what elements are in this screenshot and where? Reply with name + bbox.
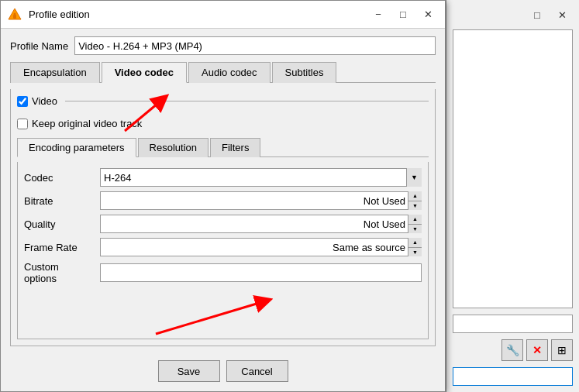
custom-options-row: Custom options bbox=[24, 261, 422, 284]
bitrate-spinner: Not Used ▲ ▼ bbox=[100, 191, 422, 210]
title-bar: Profile edition − □ ✕ bbox=[1, 1, 445, 29]
custom-options-input[interactable] bbox=[100, 263, 422, 282]
minimize-button[interactable]: − bbox=[367, 6, 389, 23]
codec-label: Codec bbox=[24, 172, 94, 184]
bitrate-label: Bitrate bbox=[24, 195, 94, 207]
quality-input[interactable]: Not Used bbox=[100, 215, 422, 233]
quality-spinner: Not Used ▲ ▼ bbox=[100, 215, 422, 233]
close-button[interactable]: ✕ bbox=[417, 6, 439, 23]
video-label: Video bbox=[32, 95, 57, 107]
frame-rate-spinner-buttons: ▲ ▼ bbox=[408, 238, 422, 256]
sub-tab-encoding[interactable]: Encoding parameters bbox=[17, 138, 136, 157]
dialog-footer: Save Cancel bbox=[1, 354, 445, 391]
bitrate-input[interactable]: Not Used bbox=[100, 191, 422, 210]
side-panel-content bbox=[453, 29, 573, 308]
keep-original-row: Keep original video track bbox=[17, 118, 429, 129]
bitrate-spinner-buttons: ▲ ▼ bbox=[408, 191, 422, 210]
grid-btn[interactable]: ⊞ bbox=[551, 339, 573, 361]
codec-select-wrapper: H-264 MPEG-4 MPEG-2 VP8 Theora ▼ bbox=[100, 168, 422, 187]
bitrate-up-btn[interactable]: ▲ bbox=[408, 191, 422, 201]
video-checkbox-label[interactable]: Video bbox=[17, 95, 57, 107]
profile-name-label: Profile Name bbox=[10, 40, 68, 52]
profile-name-input[interactable] bbox=[74, 36, 436, 55]
side-panel-title-bar: □ ✕ bbox=[453, 6, 573, 23]
frame-rate-up-btn[interactable]: ▲ bbox=[408, 238, 422, 247]
side-panel-tools: 🔧 ✕ ⊞ bbox=[453, 339, 573, 361]
side-panel: □ ✕ 🔧 ✕ ⊞ bbox=[446, 0, 579, 392]
keep-original-label[interactable]: Keep original video track bbox=[17, 118, 142, 129]
save-button[interactable]: Save bbox=[158, 360, 220, 382]
frame-rate-label: Frame Rate bbox=[24, 242, 94, 253]
video-section-header: Video bbox=[17, 95, 429, 107]
tab-subtitles[interactable]: Subtitles bbox=[272, 62, 337, 83]
maximize-button[interactable]: □ bbox=[392, 6, 414, 23]
custom-options-label: Custom options bbox=[24, 261, 94, 284]
keep-original-text: Keep original video track bbox=[32, 118, 142, 129]
profile-name-row: Profile Name bbox=[10, 36, 436, 55]
svg-point-2 bbox=[14, 12, 16, 15]
quality-spinner-buttons: ▲ ▼ bbox=[408, 215, 422, 233]
dialog-body: Profile Name Encapsulation Video codec A… bbox=[1, 29, 445, 354]
frame-rate-down-btn[interactable]: ▼ bbox=[408, 247, 422, 257]
vlc-icon bbox=[7, 7, 22, 22]
tab-video-codec[interactable]: Video codec bbox=[102, 62, 187, 83]
sub-tab-content: Codec H-264 MPEG-4 MPEG-2 VP8 Theora ▼ bbox=[17, 162, 429, 339]
frame-rate-spinner: Same as source ▲ ▼ bbox=[100, 238, 422, 256]
custom-options-wrapper bbox=[100, 263, 422, 282]
sub-tabs: Encoding parameters Resolution Filters bbox=[17, 137, 429, 157]
tab-audio-codec[interactable]: Audio codec bbox=[188, 62, 271, 83]
svg-rect-1 bbox=[13, 15, 16, 19]
side-panel-footer-input[interactable] bbox=[453, 367, 573, 386]
keep-original-checkbox[interactable] bbox=[17, 119, 28, 129]
side-panel-input[interactable] bbox=[453, 315, 573, 333]
red-x-btn[interactable]: ✕ bbox=[526, 339, 548, 361]
wrench-btn[interactable]: 🔧 bbox=[501, 339, 523, 361]
side-panel-footer bbox=[453, 367, 573, 386]
bitrate-down-btn[interactable]: ▼ bbox=[408, 201, 422, 211]
sub-tab-resolution[interactable]: Resolution bbox=[138, 138, 209, 157]
cancel-button[interactable]: Cancel bbox=[226, 360, 288, 382]
frame-rate-input[interactable]: Same as source bbox=[100, 238, 422, 256]
tab-encapsulation[interactable]: Encapsulation bbox=[10, 62, 100, 83]
video-checkbox[interactable] bbox=[17, 96, 28, 107]
window-controls: − □ ✕ bbox=[367, 6, 439, 23]
quality-row: Quality Not Used ▲ ▼ bbox=[24, 215, 422, 233]
bitrate-row: Bitrate Not Used ▲ ▼ bbox=[24, 191, 422, 210]
quality-down-btn[interactable]: ▼ bbox=[408, 224, 422, 234]
quality-up-btn[interactable]: ▲ bbox=[408, 215, 422, 224]
window-title: Profile edition bbox=[29, 9, 367, 20]
side-panel-close-btn[interactable]: ✕ bbox=[551, 6, 573, 23]
codec-select[interactable]: H-264 MPEG-4 MPEG-2 VP8 Theora bbox=[100, 168, 422, 187]
codec-row: Codec H-264 MPEG-4 MPEG-2 VP8 Theora ▼ bbox=[24, 168, 422, 187]
quality-label: Quality bbox=[24, 218, 94, 230]
frame-rate-row: Frame Rate Same as source ▲ ▼ bbox=[24, 238, 422, 256]
main-tabs: Encapsulation Video codec Audio codec Su… bbox=[10, 61, 436, 83]
side-panel-maximize-btn[interactable]: □ bbox=[526, 6, 548, 23]
tab-content: Video Keep original video track Encoding… bbox=[10, 89, 436, 346]
sub-tab-filters[interactable]: Filters bbox=[210, 138, 260, 157]
